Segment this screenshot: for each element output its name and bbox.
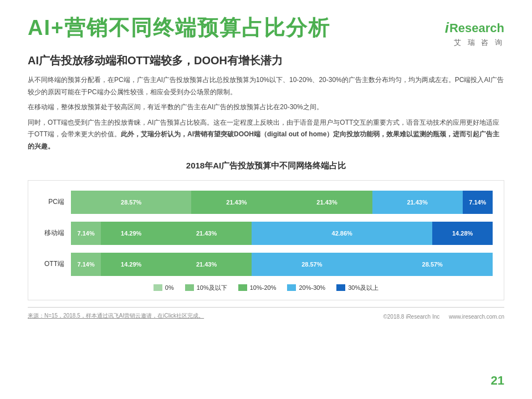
chart-legend: 0% 10%及以下 10%-20% 20%-30% 30%及以上 [39,284,493,292]
legend-label-30p: 30%及以上 [348,284,378,292]
bar-label-pc: PC端 [39,197,64,207]
copyright-text: ©2018.8 iResearch Inc [383,314,439,320]
seg-pc-4: 21.43% [372,191,463,214]
footer-copyright: ©2018.8 iResearch Inc www.iresearch.com.… [383,314,504,320]
logo-area: i Research 艾 瑞 咨 询 [445,17,504,48]
logo-i: i [445,19,449,37]
seg-pc-3: 21.43% [282,191,372,214]
title-text: AI+营销不同终端预算占比分析 [28,17,330,40]
body-paragraph-3: 同时，OTT端也受到广告主的投放青睐，AI广告预算占比较高。这在一定程度上反映出… [28,117,504,153]
website-text: www.iresearch.com.cn [449,314,504,320]
seg-mob-4: 42.86% [252,222,432,245]
seg-ott-1: 7.14% [71,253,101,276]
seg-ott-4: 28.57% [252,253,372,276]
seg-pc-5: 7.14% [463,191,493,214]
legend-item-30p: 30%及以上 [336,284,378,292]
bar-row-mobile: 移动端 7.14% 14.29% 21.43% 42.86% 14.28% [39,222,493,245]
legend-box-0 [154,284,162,291]
seg-ott-2: 14.29% [101,253,161,276]
legend-box-1020 [238,284,247,291]
chart-container: PC端 28.57% 21.43% 21.43% 21.43% 7.14% 移动… [28,180,504,300]
body-paragraph-1: 从不同终端的预算分配看，在PC端，广告主AI广告投放预算占比总投放预算为10%以… [28,74,504,98]
bar-row-ott: OTT端 7.14% 14.29% 21.43% 28.57% 28.57% [39,253,493,276]
seg-mob-5: 14.28% [432,222,493,245]
bar-track-mobile: 7.14% 14.29% 21.43% 42.86% 14.28% [71,222,493,245]
body-paragraph-2: 在移动端，整体投放预算处于较高区间，有近半数的广告主在AI广告的投放预算占比在2… [28,101,504,114]
bar-track-pc: 28.57% 21.43% 21.43% 21.43% 7.14% [71,191,493,214]
subtitle: AI广告投放移动端和OTT端较多，DOOH有增长潜力 [28,53,504,68]
bar-label-ott: OTT端 [39,259,64,269]
bar-label-mobile: 移动端 [39,228,64,238]
legend-label-0: 0% [165,284,174,291]
logo: i Research [445,19,504,37]
legend-box-10 [185,284,194,291]
legend-item-2030: 20%-30% [287,284,325,292]
legend-item-1020: 10%-20% [238,284,277,292]
chart-title: 2018年AI广告投放预算中不同网络终端占比 [28,161,504,171]
seg-mob-2: 14.29% [101,222,161,245]
legend-item-0: 0% [154,284,174,292]
logo-research: Research [449,21,504,35]
seg-pc-2: 21.43% [191,191,282,214]
bar-track-ott: 7.14% 14.29% 21.43% 28.57% 28.57% [71,253,493,276]
page-number: 21 [491,374,504,388]
main-title: AI+营销不同终端预算占比分析 [28,17,330,40]
page-container: AI+营销不同终端预算占比分析 i Research 艾 瑞 咨 询 AI广告投… [0,0,532,399]
source-text: 来源：N=15，2018.5，样本通过讯飞AI营销云邀请，在iClick社区完成… [28,313,204,319]
logo-cn: 艾 瑞 咨 询 [454,38,504,48]
header: AI+营销不同终端预算占比分析 i Research 艾 瑞 咨 询 [28,17,504,48]
legend-label-1020: 10%-20% [250,284,277,291]
chart-section: 2018年AI广告投放预算中不同网络终端占比 PC端 28.57% 21.43%… [28,161,504,300]
footer: 来源：N=15，2018.5，样本通过讯飞AI营销云邀请，在iClick社区完成… [28,307,504,320]
seg-pc-1: 28.57% [71,191,191,214]
legend-box-2030 [287,284,296,291]
legend-label-2030: 20%-30% [299,284,325,291]
seg-mob-1: 7.14% [71,222,101,245]
seg-mob-3: 21.43% [161,222,252,245]
legend-label-10: 10%及以下 [197,284,227,292]
seg-ott-3: 21.43% [161,253,252,276]
legend-box-30p [336,284,345,291]
bar-row-pc: PC端 28.57% 21.43% 21.43% 21.43% 7.14% [39,191,493,214]
seg-ott-5: 28.57% [372,253,493,276]
legend-item-10: 10%及以下 [185,284,227,292]
footer-source: 来源：N=15，2018.5，样本通过讯飞AI营销云邀请，在iClick社区完成… [28,312,204,320]
